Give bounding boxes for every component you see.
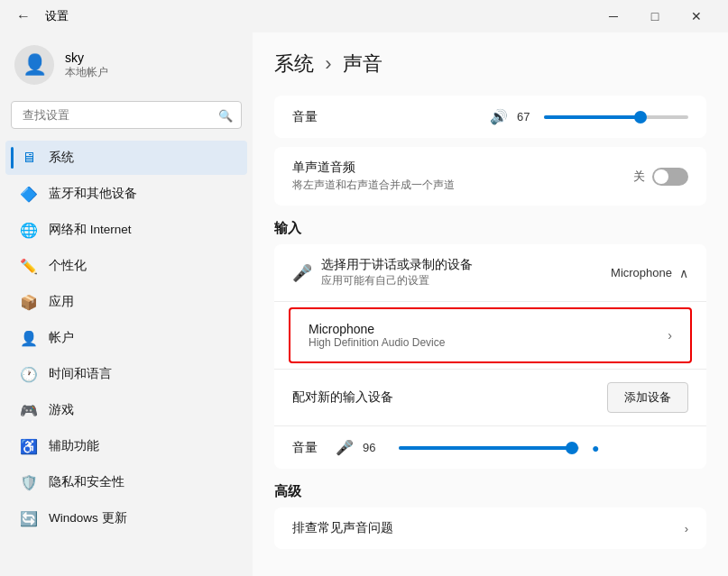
accounts-icon: 👤 [20, 329, 38, 347]
gaming-icon: 🎮 [20, 401, 38, 419]
mic-device-type: High Definition Audio Device [309, 336, 668, 349]
search-input[interactable] [11, 101, 242, 129]
avatar-icon: 👤 [23, 53, 47, 77]
breadcrumb-separator: › [325, 52, 331, 75]
mono-sub: 将左声道和右声道合并成一个声道 [292, 178, 633, 193]
volume-icon: 🔊 [490, 108, 508, 125]
volume-row: 音量 🔊 67 [274, 96, 706, 138]
input-section-title: 输入 [274, 220, 706, 237]
sidebar-item-personalization[interactable]: ✏️ 个性化 [5, 249, 247, 283]
mic-item-info: Microphone High Definition Audio Device [309, 322, 668, 349]
back-button[interactable]: ← [11, 6, 36, 26]
sidebar-item-privacy[interactable]: 🛡️ 隐私和安全性 [5, 465, 247, 499]
mic-selector-icon: 🎤 [292, 263, 312, 283]
device-selector-row[interactable]: 🎤 选择用于讲话或录制的设备 应用可能有自己的设置 Microphone ∧ [274, 244, 706, 301]
mono-card: 单声道音频 将左声道和右声道合并成一个声道 关 [274, 147, 706, 206]
sidebar-item-system[interactable]: 🖥 系统 [5, 141, 247, 175]
device-selector-sub: 应用可能有自己的设置 [321, 273, 611, 288]
search-box: 🔍 [11, 101, 242, 129]
mono-title: 单声道音频 [292, 160, 633, 176]
time-icon: 🕐 [20, 365, 38, 383]
user-info: sky 本地帐户 [65, 50, 108, 80]
troubleshoot-chevron-icon: › [685, 522, 688, 535]
sidebar-item-network[interactable]: 🌐 网络和 Internet [5, 213, 247, 247]
sidebar-item-label-updates: Windows 更新 [49, 510, 127, 526]
sidebar-item-label-time: 时间和语言 [49, 366, 112, 382]
sidebar-item-apps[interactable]: 📦 应用 [5, 285, 247, 319]
input-volume-fill [399, 446, 572, 450]
mono-toggle[interactable]: 关 [633, 168, 688, 186]
device-info: 选择用于讲话或录制的设备 应用可能有自己的设置 [321, 257, 611, 288]
breadcrumb-parent: 系统 [274, 52, 314, 75]
volume-thumb [634, 111, 647, 123]
microphone-list-item[interactable]: Microphone High Definition Audio Device … [289, 307, 692, 363]
accessibility-icon: ♿ [20, 437, 38, 455]
titlebar-left: ← 设置 [11, 6, 69, 26]
close-button[interactable]: ✕ [676, 3, 717, 30]
content-area: 系统 › 声音 音量 🔊 67 单声道音频 [253, 32, 728, 576]
sidebar-item-label-accessibility: 辅助功能 [49, 438, 99, 454]
titlebar-controls: ─ □ ✕ [593, 3, 717, 30]
sidebar-item-accessibility[interactable]: ♿ 辅助功能 [5, 429, 247, 463]
sidebar-item-gaming[interactable]: 🎮 游戏 [5, 393, 247, 427]
toggle-switch[interactable] [652, 168, 688, 186]
system-icon: 🖥 [20, 149, 38, 167]
mic-item-wrapper: Microphone High Definition Audio Device … [274, 302, 706, 369]
personalization-icon: ✏️ [20, 257, 38, 275]
sidebar-item-label-network: 网络和 Internet [49, 222, 132, 238]
sidebar-nav: 🖥 系统 🔷 蓝牙和其他设备 🌐 网络和 Internet ✏️ 个性化 📦 应… [0, 140, 253, 536]
volume-dot-icon: ● [592, 441, 599, 455]
pair-row: 配对新的输入设备 添加设备 [274, 370, 706, 425]
volume-fill [544, 115, 640, 119]
account-type: 本地帐户 [65, 65, 108, 80]
input-volume-label: 音量 [292, 440, 318, 456]
apps-icon: 📦 [20, 293, 38, 311]
input-volume-row: 音量 🎤 96 ● [274, 426, 706, 469]
privacy-icon: 🛡️ [20, 473, 38, 491]
sidebar-item-updates[interactable]: 🔄 Windows 更新 [5, 501, 247, 535]
mic-vol-icon: 🎤 [336, 439, 354, 456]
sidebar-item-bluetooth[interactable]: 🔷 蓝牙和其他设备 [5, 177, 247, 211]
input-volume-thumb [566, 442, 578, 454]
mono-row: 单声道音频 将左声道和右声道合并成一个声道 关 [274, 147, 706, 206]
mic-chevron-right-icon: › [668, 328, 672, 343]
avatar: 👤 [14, 45, 54, 85]
chevron-up-icon: ∧ [679, 266, 688, 280]
device-selected-label: Microphone [611, 266, 672, 279]
sidebar: 👤 sky 本地帐户 🔍 🖥 系统 🔷 蓝牙和其他设备 🌐 [0, 32, 253, 576]
breadcrumb-current: 声音 [343, 52, 382, 75]
sidebar-item-label-gaming: 游戏 [49, 402, 74, 418]
minimize-button[interactable]: ─ [593, 3, 634, 30]
sidebar-item-label-system: 系统 [49, 150, 74, 166]
volume-value: 67 [517, 110, 535, 123]
troubleshoot-row[interactable]: 排查常见声音问题 › [274, 507, 706, 549]
pair-label: 配对新的输入设备 [292, 389, 607, 406]
volume-label: 音量 [292, 109, 490, 125]
advanced-card: 排查常见声音问题 › [274, 507, 706, 549]
main-layout: 👤 sky 本地帐户 🔍 🖥 系统 🔷 蓝牙和其他设备 🌐 [0, 32, 728, 576]
sidebar-item-accounts[interactable]: 👤 帐户 [5, 321, 247, 355]
volume-card: 音量 🔊 67 [274, 96, 706, 138]
mono-label: 单声道音频 将左声道和右声道合并成一个声道 [292, 160, 633, 193]
network-icon: 🌐 [20, 221, 38, 239]
troubleshoot-label: 排查常见声音问题 [292, 520, 685, 536]
search-icon: 🔍 [218, 108, 233, 122]
sidebar-item-label-bluetooth: 蓝牙和其他设备 [49, 186, 137, 202]
input-volume-value: 96 [363, 441, 384, 454]
bluetooth-icon: 🔷 [20, 185, 38, 203]
titlebar: ← 设置 ─ □ ✕ [0, 0, 728, 32]
volume-slider[interactable] [544, 115, 688, 119]
sidebar-item-time[interactable]: 🕐 时间和语言 [5, 357, 247, 391]
mic-name: Microphone [309, 322, 668, 336]
input-volume-slider[interactable] [399, 446, 579, 450]
volume-control: 🔊 67 [490, 108, 688, 125]
advanced-section-title: 高级 [274, 483, 706, 500]
add-device-button[interactable]: 添加设备 [607, 382, 688, 413]
titlebar-title: 设置 [45, 8, 69, 24]
username: sky [65, 50, 108, 65]
user-section: 👤 sky 本地帐户 [0, 32, 253, 101]
sidebar-item-label-personalization: 个性化 [49, 258, 87, 274]
maximize-button[interactable]: □ [634, 3, 676, 30]
device-selector-label: 选择用于讲话或录制的设备 [321, 257, 611, 273]
sidebar-item-label-privacy: 隐私和安全性 [49, 474, 124, 490]
